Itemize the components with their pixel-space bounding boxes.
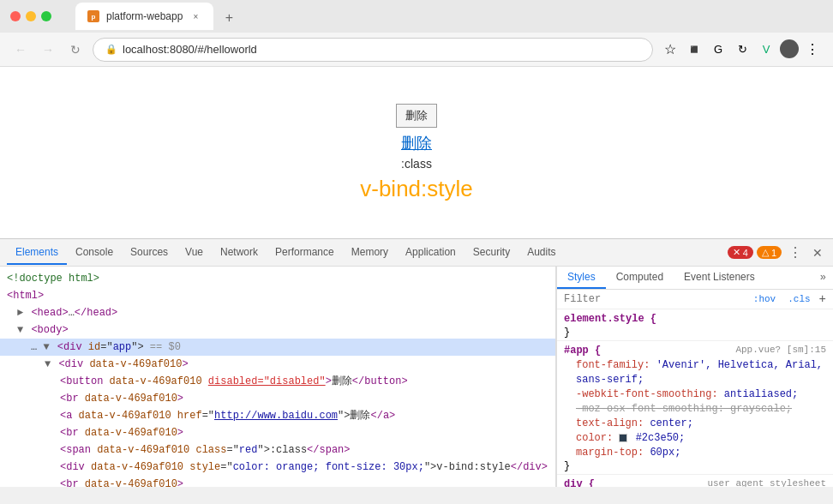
nav-bar: ← → ↻ 🔒 localhost:8080/#/helloworld ☆ ◾ … — [0, 33, 833, 67]
devtools-header: Elements Console Sources Vue Network Per… — [0, 239, 833, 267]
css-div-selector: div { — [564, 478, 595, 487]
css-close-brace: } — [564, 327, 826, 339]
color-swatch[interactable] — [619, 434, 627, 442]
tab-bar: p platform-webapp × + — [65, 3, 823, 30]
demo-delete-link[interactable]: 删除 — [360, 133, 473, 153]
css-rule-header: div { user agent stylesheet — [564, 478, 826, 487]
tab-elements[interactable]: Elements — [7, 241, 67, 265]
add-style-button[interactable]: + — [819, 292, 826, 306]
back-button[interactable]: ← — [10, 39, 31, 60]
devtools-more-button[interactable]: ⋮ — [785, 241, 806, 264]
translate-icon[interactable]: G — [708, 39, 728, 60]
extra-icon1[interactable]: ↻ — [732, 39, 752, 60]
reload-button[interactable]: ↻ — [65, 39, 86, 60]
extensions-icon[interactable]: ◾ — [684, 39, 704, 60]
maximize-window-button[interactable] — [41, 11, 51, 21]
filter-cls-button[interactable]: .cls — [784, 292, 813, 306]
css-prop: -webkit-font-smoothing: antialiased; — [564, 387, 826, 402]
dom-line[interactable]: <html> — [0, 287, 555, 304]
dom-line[interactable]: <br data-v-469af010> — [0, 424, 555, 441]
nav-actions: ☆ ◾ G ↻ V ⋮ — [660, 39, 823, 60]
dom-panel: <!doctype html> <html> ► <head>…</head> … — [0, 267, 556, 487]
minimize-window-button[interactable] — [26, 11, 36, 21]
dom-line[interactable]: ▼ <div data-v-469af010> — [0, 356, 555, 373]
dom-selected-line[interactable]: … ▼ <div id="app"> == $0 — [0, 339, 555, 356]
filter-bar: :hov .cls + — [557, 290, 833, 309]
demo-button-label: 删除 — [405, 109, 428, 122]
error-count: 4 — [743, 248, 748, 258]
css-prop-strikethrough: -moz-osx-font-smoothing: grayscale; — [564, 402, 826, 417]
forward-button[interactable]: → — [38, 39, 58, 60]
css-prop: margin-top: 60px; — [564, 446, 826, 460]
filter-hov-button[interactable]: :hov — [750, 292, 779, 306]
filter-input[interactable] — [564, 293, 745, 305]
tab-title: platform-webapp — [106, 10, 183, 22]
tab-event-listeners[interactable]: Event Listeners — [674, 267, 765, 289]
css-div-source: user agent stylesheet — [707, 478, 826, 487]
tab-styles[interactable]: Styles — [557, 267, 606, 289]
dom-line[interactable]: <a data-v-469af010 href="http://www.baid… — [0, 407, 555, 424]
tab-favicon: p — [87, 10, 99, 22]
css-close-brace: } — [564, 460, 826, 472]
title-bar: p platform-webapp × + — [0, 0, 833, 33]
browser-window: p platform-webapp × + ← → ↻ 🔒 localhost:… — [0, 0, 833, 487]
tab-security[interactable]: Security — [464, 241, 518, 265]
css-element-style-rule: element.style { } — [557, 309, 833, 341]
lock-icon: 🔒 — [105, 44, 117, 55]
new-tab-button[interactable]: + — [217, 6, 241, 30]
dom-line[interactable]: <button data-v-469af010 disabled="disabl… — [0, 373, 555, 390]
close-window-button[interactable] — [10, 11, 21, 21]
devtools-panel: Elements Console Sources Vue Network Per… — [0, 238, 833, 487]
error-badge: ✕ 4 — [728, 246, 753, 259]
dom-line[interactable]: ► <head>…</head> — [0, 304, 555, 321]
tab-close-button[interactable]: × — [189, 10, 201, 22]
extra-icon2[interactable]: V — [756, 39, 776, 60]
tab-memory[interactable]: Memory — [343, 241, 397, 265]
dom-line[interactable]: ▼ <body> — [0, 321, 555, 339]
traffic-lights — [10, 11, 51, 21]
dom-panel-container: <!doctype html> <html> ► <head>…</head> … — [0, 267, 557, 487]
devtools-close-button[interactable]: ✕ — [809, 243, 826, 263]
css-div-rule: div { user agent stylesheet display: blo… — [557, 475, 833, 487]
demo-class-label: :class — [360, 157, 473, 171]
tab-audits[interactable]: Audits — [518, 241, 564, 265]
tab-vue[interactable]: Vue — [177, 241, 212, 265]
dom-line[interactable]: <span data-v-469af010 class="red">:class… — [0, 441, 555, 459]
styles-tabs: Styles Computed Event Listeners » — [557, 267, 833, 290]
css-app-source: App.vue? [sm]:15 — [735, 345, 826, 358]
dom-line[interactable]: <br data-v-469af010> — [0, 390, 555, 407]
tab-sources[interactable]: Sources — [122, 241, 177, 265]
css-rule-header: #app { App.vue? [sm]:15 — [564, 345, 826, 358]
tab-network[interactable]: Network — [212, 241, 267, 265]
css-app-selector: #app { — [564, 345, 601, 357]
page-content: 删除 删除 :class v-bind:style — [0, 67, 833, 238]
css-selector: element.style { — [564, 313, 826, 325]
browser-tab[interactable]: p platform-webapp × — [75, 3, 213, 30]
devtools-body: <!doctype html> <html> ► <head>…</head> … — [0, 267, 833, 487]
css-prop: font-family: 'Avenir', Helvetica, Arial,… — [564, 358, 826, 387]
tab-application[interactable]: Application — [397, 241, 464, 265]
demo-area: 删除 删除 :class v-bind:style — [360, 104, 473, 202]
devtools-badges: ✕ 4 △ 1 ⋮ ✕ — [728, 241, 826, 264]
menu-button[interactable]: ⋮ — [802, 39, 823, 60]
tab-computed[interactable]: Computed — [606, 267, 674, 289]
warn-count: 1 — [771, 248, 776, 258]
tab-console[interactable]: Console — [67, 241, 122, 265]
dom-line[interactable]: <br data-v-469af010> — [0, 476, 555, 487]
bookmark-icon[interactable]: ☆ — [660, 39, 680, 60]
demo-button[interactable]: 删除 — [396, 104, 437, 128]
tab-performance[interactable]: Performance — [267, 241, 343, 265]
dom-line[interactable]: <div data-v-469af010 style="color: orang… — [0, 459, 555, 476]
styles-more-button[interactable]: » — [813, 267, 833, 289]
css-app-rule: #app { App.vue? [sm]:15 font-family: 'Av… — [557, 341, 833, 475]
address-bar[interactable]: 🔒 localhost:8080/#/helloworld — [93, 38, 653, 62]
css-prop: color: #2c3e50; — [564, 431, 826, 446]
css-prop: text-align: center; — [564, 417, 826, 431]
styles-panel: Styles Computed Event Listeners » :hov .… — [557, 267, 833, 487]
demo-style-label: v-bind:style — [360, 176, 473, 202]
address-text: localhost:8080/#/helloworld — [123, 43, 257, 56]
warn-badge: △ 1 — [757, 246, 782, 259]
dom-line[interactable]: <!doctype html> — [0, 270, 555, 287]
profile-icon[interactable] — [780, 39, 799, 58]
